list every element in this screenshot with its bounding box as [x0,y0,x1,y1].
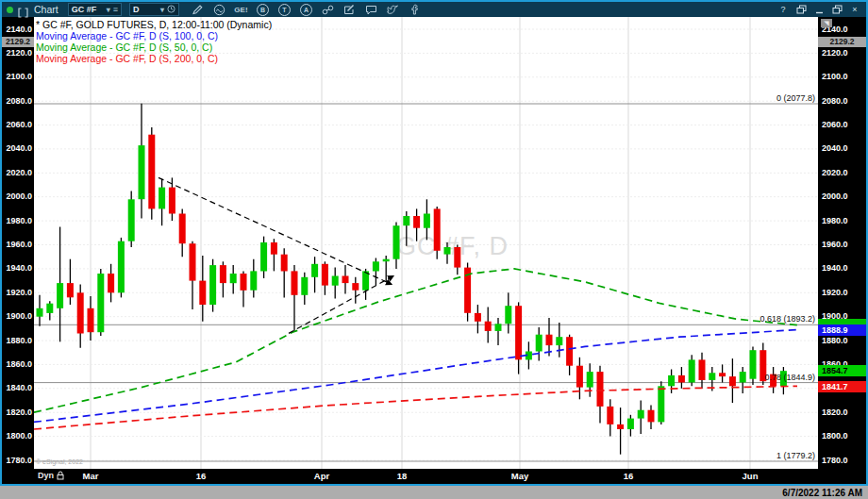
x-axis-tick: Jun [743,471,759,481]
candle-body [67,283,74,297]
price-marker-2129: 2129.2 [818,37,866,47]
right-price-axis[interactable]: ◥ 2140.02120.02100.02080.02060.02040.020… [818,17,866,484]
y-axis-tick: 1800.0 [822,431,848,441]
last-price-box: 1854.7 [818,365,866,376]
candle-body [108,274,114,292]
y-axis-tick: 2020.0 [822,168,848,178]
chat-bubble-icon[interactable] [364,4,378,16]
y-axis-tick: 2120.0 [6,48,32,58]
window-controls: ? × [777,4,860,15]
y-axis-tick: 2060.0 [6,120,32,130]
candle-body [719,373,726,376]
x-axis-tick: May [511,471,528,481]
candle-body [505,306,511,324]
candle-body [159,188,165,209]
y-axis-tick: 2000.0 [6,191,32,202]
candle-body [97,274,104,332]
candle-body [424,214,430,228]
candle-body [607,407,613,424]
lock-icon [57,471,64,480]
candle-body [648,410,655,423]
candle-body [37,308,43,317]
symbol-chevron-down-icon[interactable]: ▾ [107,6,110,14]
candle-body [230,274,237,283]
circled-b-icon[interactable]: B [256,4,270,16]
symbol-input[interactable]: GC #F ▾ ≡ [68,3,122,16]
candle-body [271,242,277,255]
chart-plot-area[interactable]: GC #F, D * GC #F, GOLD FUTURES, D, 12:00… [34,17,818,469]
candle-body [454,247,460,268]
candle-body [383,259,390,262]
circled-t-icon[interactable]: T [277,4,292,16]
y-axis-tick: 1860.0 [6,359,32,370]
symbol-value: GC #F [72,5,104,14]
facebook-share-icon[interactable] [408,4,422,16]
candle-body [281,255,288,272]
window-type-label: Chart [34,4,58,15]
x-axis-tick: 16 [624,471,634,481]
y-axis-tick: 1880.0 [822,336,848,346]
candle-body [342,276,349,284]
y-axis-tick: 1940.0 [6,263,32,274]
candle-body [190,243,196,280]
candle-body [139,145,145,199]
candle-body [485,322,492,331]
candle-body [292,271,298,294]
price-marker-2129: 2129.2 [2,37,34,47]
left-price-axis[interactable]: 2140.02120.02100.02080.02060.02040.02020… [2,17,34,484]
ma200-line[interactable] [34,386,797,429]
candle-body [46,304,53,313]
toolbar-icon-strip: GE! B T A [191,4,422,16]
candles[interactable] [37,104,787,455]
compose-icon[interactable] [342,4,357,16]
minimize-button[interactable] [813,4,825,15]
y-axis-tick: 1920.0 [6,288,32,298]
link-icon[interactable] [321,4,335,16]
candle-body [393,225,400,259]
dynamic-mode-button[interactable]: Dyn [38,471,64,480]
candle-body [475,313,481,322]
axis-expand-icon[interactable]: ◥ [821,19,832,27]
candle-body [322,264,328,286]
layout-brackets-icon [18,5,28,14]
restore-down-button[interactable] [831,4,843,15]
candle-body [128,199,135,241]
curve-tool-icon[interactable] [212,4,226,16]
y-axis-tick: 1940.0 [822,263,848,274]
esignal-copyright: © eSignal, 2022 [36,458,83,465]
help-button[interactable]: ? [777,4,789,15]
twitter-bird-icon[interactable] [386,4,400,16]
y-axis-tick: 2040.0 [822,143,848,154]
ma100-price-box: 1888.9 [818,324,866,336]
y-axis-tick: 2080.0 [6,96,32,107]
y-axis-tick: 2100.0 [822,72,848,82]
candle-body [597,372,604,407]
candle-body [689,359,695,382]
candle-body [250,271,257,290]
fib-level-label: 0 (2077.8) [776,93,815,103]
candle-body [556,337,562,345]
restore-button[interactable] [795,4,807,15]
candlestick-chart[interactable]: GC #F, D [34,17,818,469]
chart-window: Chart GC #F ▾ ≡ D ▾ GE! B T A [0,0,868,499]
y-axis-tick: 1880.0 [6,336,32,346]
time-axis[interactable]: Dyn Mar16Apr18May16Jun [2,469,866,484]
candle-body [373,261,379,271]
interval-input[interactable]: D ▾ [129,3,179,16]
get-quote-icon[interactable]: GE! [234,4,248,16]
y-axis-tick: 2060.0 [822,120,848,130]
candle-body [352,283,359,291]
y-axis-tick: 1820.0 [6,408,32,418]
candle-body [434,208,441,250]
circled-a-icon[interactable]: A [299,4,313,16]
draw-pencil-icon[interactable] [191,4,205,16]
y-axis-tick: 1840.0 [6,383,32,393]
candle-body [148,135,155,209]
x-axis-tick: 18 [397,471,408,481]
close-button[interactable]: × [849,4,860,15]
candle-body [678,375,685,383]
symbol-list-icon[interactable]: ≡ [113,5,118,14]
interval-chevron-down-icon[interactable]: ▾ [160,6,164,14]
x-axis-tick: Mar [83,471,99,481]
watermark-text: GC #F, D [396,232,509,260]
